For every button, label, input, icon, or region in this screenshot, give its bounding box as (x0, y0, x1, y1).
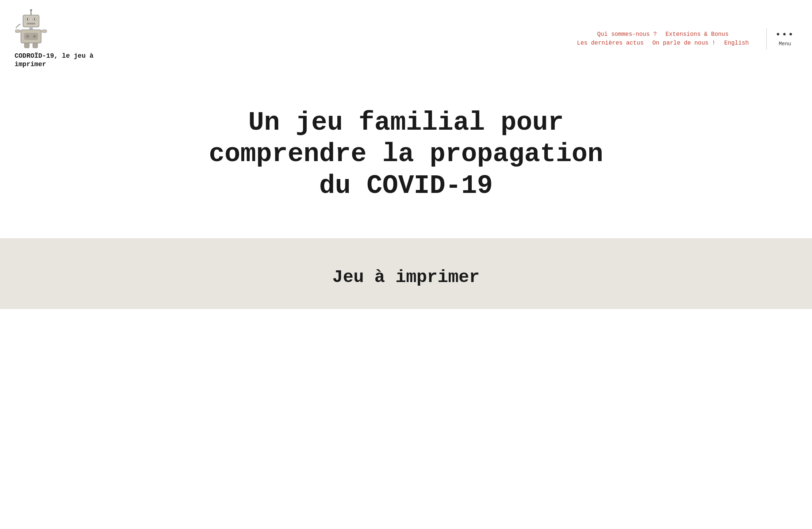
menu-button[interactable]: ••• Menu (775, 31, 794, 47)
svg-point-1 (30, 9, 32, 11)
site-header: CODROÏD-19, le jeu à imprimer Qui sommes… (0, 0, 812, 78)
svg-rect-13 (15, 30, 20, 33)
section-subtitle: Jeu à imprimer (29, 267, 783, 287)
svg-rect-8 (29, 27, 33, 30)
nav-divider (766, 28, 767, 50)
site-title: CODROÏD-19, le jeu à imprimer (15, 52, 117, 69)
logo-section[interactable]: CODROÏD-19, le jeu à imprimer (15, 9, 117, 69)
hero-title: Un jeu familial pour comprendre la propa… (187, 107, 625, 202)
svg-rect-2 (23, 15, 39, 27)
nav-link-extensions-bonus[interactable]: Extensions & Bonus (666, 31, 729, 38)
svg-line-18 (18, 24, 20, 26)
svg-line-17 (16, 26, 18, 28)
svg-rect-14 (42, 30, 47, 33)
menu-dots-icon: ••• (775, 31, 794, 39)
nav-link-dernieres-actus[interactable]: Les dernières actus (577, 40, 643, 46)
robot-logo-icon (15, 9, 47, 49)
svg-rect-15 (24, 43, 29, 48)
menu-label: Menu (779, 41, 791, 47)
nav-links: Qui sommes-nous ? Extensions & Bonus Les… (577, 31, 748, 46)
below-hero-section: Jeu à imprimer (0, 238, 812, 309)
nav-link-english[interactable]: English (724, 40, 749, 46)
svg-point-11 (26, 35, 29, 38)
svg-point-5 (27, 18, 28, 20)
svg-point-6 (34, 18, 35, 20)
hero-section: Un jeu familial pour comprendre la propa… (0, 78, 812, 238)
nav-link-on-parle-de-nous[interactable]: On parle de nous ! (652, 40, 716, 46)
nav-link-qui-sommes-nous[interactable]: Qui sommes-nous ? (597, 31, 657, 38)
svg-point-12 (33, 35, 36, 38)
svg-rect-7 (27, 23, 35, 24)
nav-section: Qui sommes-nous ? Extensions & Bonus Les… (577, 28, 794, 50)
svg-rect-16 (33, 43, 38, 48)
nav-row-1: Qui sommes-nous ? Extensions & Bonus (597, 31, 729, 38)
nav-row-2: Les dernières actus On parle de nous ! E… (577, 40, 748, 46)
